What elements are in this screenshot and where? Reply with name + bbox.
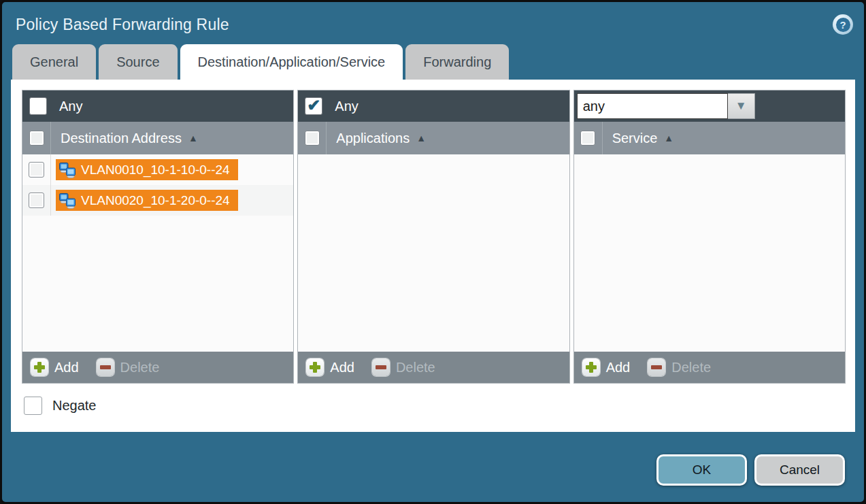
address-object-chip: VLAN0010_10-1-10-0--24 xyxy=(56,159,238,180)
row-checkbox[interactable] xyxy=(29,192,44,208)
service-type-value[interactable]: any xyxy=(577,93,728,119)
tab-general[interactable]: General xyxy=(12,44,96,80)
delete-button[interactable]: Delete xyxy=(372,358,435,376)
network-address-icon xyxy=(59,192,76,209)
destination-address-header: Destination Address ▲ xyxy=(22,122,293,154)
minus-icon xyxy=(97,358,114,376)
applications-panel: ✔ Any Applications ▲ Add xyxy=(297,90,569,384)
tab-content: ✔ Any Destination Address ▲ xyxy=(11,80,855,432)
delete-button[interactable]: Delete xyxy=(97,358,160,376)
table-row[interactable]: VLAN0020_10-1-20-0--24 xyxy=(22,185,293,216)
help-icon[interactable]: ? xyxy=(833,14,853,35)
sort-asc-icon: ▲ xyxy=(664,133,673,144)
ok-button[interactable]: OK xyxy=(656,454,747,486)
sort-asc-icon: ▲ xyxy=(416,133,426,144)
service-any-bar: any ▼ xyxy=(574,90,845,122)
cancel-button[interactable]: Cancel xyxy=(754,454,845,486)
destination-address-panel: ✔ Any Destination Address ▲ xyxy=(22,90,294,384)
destination-any-bar: ✔ Any xyxy=(22,90,293,122)
minus-icon xyxy=(372,358,390,376)
destination-sort-header[interactable]: Destination Address ▲ xyxy=(51,131,198,146)
service-header: Service ▲ xyxy=(574,122,845,154)
add-button[interactable]: Add xyxy=(582,358,631,376)
plus-icon xyxy=(306,358,324,376)
network-address-icon xyxy=(59,162,76,178)
chevron-down-icon[interactable]: ▼ xyxy=(728,93,755,119)
service-list xyxy=(574,154,845,352)
service-panel: any ▼ Service ▲ Add xyxy=(573,90,846,384)
address-label: VLAN0020_10-1-20-0--24 xyxy=(81,193,230,208)
tab-bar: General Source Destination/Application/S… xyxy=(12,44,864,80)
row-checkbox[interactable] xyxy=(29,162,44,178)
dialog-buttons: OK Cancel xyxy=(656,454,845,486)
applications-footer: Add Delete xyxy=(298,352,569,383)
negate-checkbox[interactable] xyxy=(24,397,42,415)
address-label: VLAN0010_10-1-10-0--24 xyxy=(81,163,230,178)
add-button[interactable]: Add xyxy=(306,358,354,376)
destination-select-all-checkbox[interactable] xyxy=(29,131,44,146)
negate-label: Negate xyxy=(52,398,97,414)
tab-forwarding[interactable]: Forwarding xyxy=(405,44,509,80)
title-bar: Policy Based Forwarding Rule ? xyxy=(2,2,864,44)
destination-footer: Add Delete xyxy=(22,352,293,383)
sort-asc-icon: ▲ xyxy=(188,133,198,144)
page-title: Policy Based Forwarding Rule xyxy=(16,16,229,34)
applications-any-bar: ✔ Any xyxy=(298,90,569,122)
applications-header: Applications ▲ xyxy=(298,122,569,154)
destination-any-checkbox[interactable]: ✔ xyxy=(29,97,47,115)
tab-source[interactable]: Source xyxy=(99,44,177,80)
plus-icon xyxy=(31,358,48,376)
table-row[interactable]: VLAN0010_10-1-10-0--24 xyxy=(22,154,293,185)
tab-destination-application-service[interactable]: Destination/Application/Service xyxy=(180,44,403,80)
service-sort-header[interactable]: Service ▲ xyxy=(603,131,674,146)
service-select-all-checkbox[interactable] xyxy=(580,131,595,146)
service-footer: Add Delete xyxy=(574,352,845,383)
applications-sort-header[interactable]: Applications ▲ xyxy=(327,131,426,146)
negate-row: Negate xyxy=(24,397,846,415)
applications-any-checkbox[interactable]: ✔ xyxy=(305,97,322,115)
add-button[interactable]: Add xyxy=(31,358,79,376)
address-object-chip: VLAN0020_10-1-20-0--24 xyxy=(56,190,238,211)
destination-any-label: Any xyxy=(59,99,82,114)
delete-button[interactable]: Delete xyxy=(648,358,711,376)
minus-icon xyxy=(648,358,665,376)
applications-list xyxy=(298,154,569,352)
applications-select-all-checkbox[interactable] xyxy=(305,131,320,146)
destination-list: VLAN0010_10-1-10-0--24 VLAN0020_10-1-20-… xyxy=(22,154,293,352)
plus-icon xyxy=(582,358,600,376)
policy-based-forwarding-dialog: Policy Based Forwarding Rule ? General S… xyxy=(0,0,866,504)
service-type-dropdown[interactable]: any ▼ xyxy=(577,93,755,119)
applications-any-label: Any xyxy=(335,99,358,114)
